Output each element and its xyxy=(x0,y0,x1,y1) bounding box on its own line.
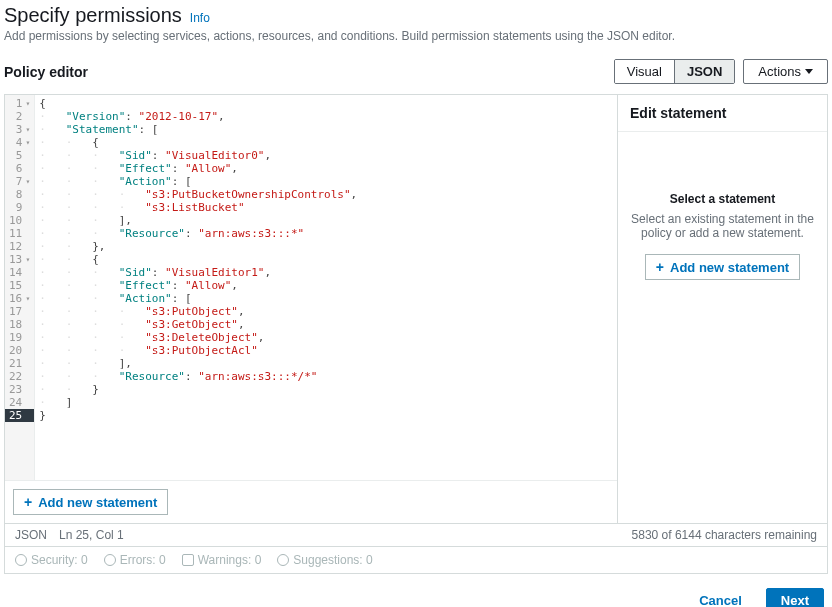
select-statement-desc: Select an existing statement in the poli… xyxy=(628,212,817,240)
code-line[interactable]: · · · ], xyxy=(39,214,613,227)
code-line[interactable]: · · · "Effect": "Allow", xyxy=(39,279,613,292)
code-line[interactable]: · · } xyxy=(39,383,613,396)
warning-icon xyxy=(182,554,194,566)
code-line[interactable]: · · · · "s3:ListBucket" xyxy=(39,201,613,214)
actions-label: Actions xyxy=(758,64,801,79)
errors-count[interactable]: Errors: 0 xyxy=(104,553,166,567)
suggestions-count[interactable]: Suggestions: 0 xyxy=(277,553,372,567)
status-remaining-chars: 5830 of 6144 characters remaining xyxy=(632,528,817,542)
code-line[interactable]: · · · "Sid": "VisualEditor0", xyxy=(39,149,613,162)
gutter-line: 5 xyxy=(9,149,30,162)
code-line[interactable]: · · · "Action": [ xyxy=(39,292,613,305)
policy-editor-heading: Policy editor xyxy=(4,64,88,80)
next-button[interactable]: Next xyxy=(766,588,824,607)
code-line[interactable]: · ] xyxy=(39,396,613,409)
code-line[interactable]: · · { xyxy=(39,136,613,149)
add-statement-side-label: Add new statement xyxy=(670,260,789,275)
page-title: Specify permissions xyxy=(4,4,182,27)
code-line[interactable]: · · · "Resource": "arn:aws:s3:::*/*" xyxy=(39,370,613,383)
code-line[interactable]: } xyxy=(39,409,613,422)
gutter-line: 9 xyxy=(9,201,30,214)
json-code-editor[interactable]: 1▾23▾4▾567▾8910111213▾141516▾17181920212… xyxy=(5,95,617,480)
code-line[interactable]: · "Statement": [ xyxy=(39,123,613,136)
gutter-line: 3▾ xyxy=(9,123,30,136)
select-statement-title: Select a statement xyxy=(670,192,775,206)
actions-dropdown-button[interactable]: Actions xyxy=(743,59,828,84)
code-line[interactable]: · · · "Effect": "Allow", xyxy=(39,162,613,175)
cancel-button[interactable]: Cancel xyxy=(685,588,756,607)
security-count[interactable]: Security: 0 xyxy=(15,553,88,567)
status-cursor: Ln 25, Col 1 xyxy=(59,528,124,542)
gutter-line: 19 xyxy=(9,331,30,344)
code-line[interactable]: · · · "Resource": "arn:aws:s3:::*" xyxy=(39,227,613,240)
info-link[interactable]: Info xyxy=(190,11,210,25)
gutter-line: 25 xyxy=(5,409,34,422)
code-line[interactable]: · · · · "s3:PutObjectAcl" xyxy=(39,344,613,357)
add-new-statement-button-side[interactable]: + Add new statement xyxy=(645,254,800,280)
code-line[interactable]: · · · · "s3:PutBucketOwnershipControls", xyxy=(39,188,613,201)
status-mode: JSON xyxy=(15,528,47,542)
gutter-line: 1▾ xyxy=(9,97,30,110)
plus-icon: + xyxy=(656,259,664,275)
gutter-line: 7▾ xyxy=(9,175,30,188)
json-toggle-button[interactable]: JSON xyxy=(674,60,734,83)
code-line[interactable]: · · }, xyxy=(39,240,613,253)
code-line[interactable]: { xyxy=(39,97,613,110)
gutter-line: 8 xyxy=(9,188,30,201)
gutter-line: 24 xyxy=(9,396,30,409)
view-toggle: Visual JSON xyxy=(614,59,736,84)
visual-toggle-button[interactable]: Visual xyxy=(615,60,674,83)
code-line[interactable]: · "Version": "2012-10-17", xyxy=(39,110,613,123)
gutter-line: 4▾ xyxy=(9,136,30,149)
edit-statement-heading: Edit statement xyxy=(618,95,827,132)
shield-icon xyxy=(15,554,27,566)
gutter-line: 18 xyxy=(9,318,30,331)
gutter-line: 14 xyxy=(9,266,30,279)
gutter-line: 11 xyxy=(9,227,30,240)
warnings-count[interactable]: Warnings: 0 xyxy=(182,553,262,567)
caret-down-icon xyxy=(805,69,813,74)
gutter-line: 20 xyxy=(9,344,30,357)
code-line[interactable]: · · · "Sid": "VisualEditor1", xyxy=(39,266,613,279)
code-line[interactable]: · · · · "s3:DeleteObject", xyxy=(39,331,613,344)
gutter-line: 2 xyxy=(9,110,30,123)
gutter-line: 22 xyxy=(9,370,30,383)
code-line[interactable]: · · · ], xyxy=(39,357,613,370)
page-subtitle: Add permissions by selecting services, a… xyxy=(4,29,828,43)
gutter-line: 12 xyxy=(9,240,30,253)
gutter-line: 10 xyxy=(9,214,30,227)
gutter-line: 23 xyxy=(9,383,30,396)
gutter-line: 16▾ xyxy=(9,292,30,305)
bulb-icon xyxy=(277,554,289,566)
gutter-line: 15 xyxy=(9,279,30,292)
add-statement-label: Add new statement xyxy=(38,495,157,510)
code-line[interactable]: · · { xyxy=(39,253,613,266)
code-line[interactable]: · · · · "s3:GetObject", xyxy=(39,318,613,331)
code-line[interactable]: · · · "Action": [ xyxy=(39,175,613,188)
code-line[interactable]: · · · · "s3:PutObject", xyxy=(39,305,613,318)
error-icon xyxy=(104,554,116,566)
add-new-statement-button-main[interactable]: + Add new statement xyxy=(13,489,168,515)
gutter-line: 13▾ xyxy=(9,253,30,266)
gutter-line: 21 xyxy=(9,357,30,370)
gutter-line: 17 xyxy=(9,305,30,318)
plus-icon: + xyxy=(24,494,32,510)
gutter-line: 6 xyxy=(9,162,30,175)
